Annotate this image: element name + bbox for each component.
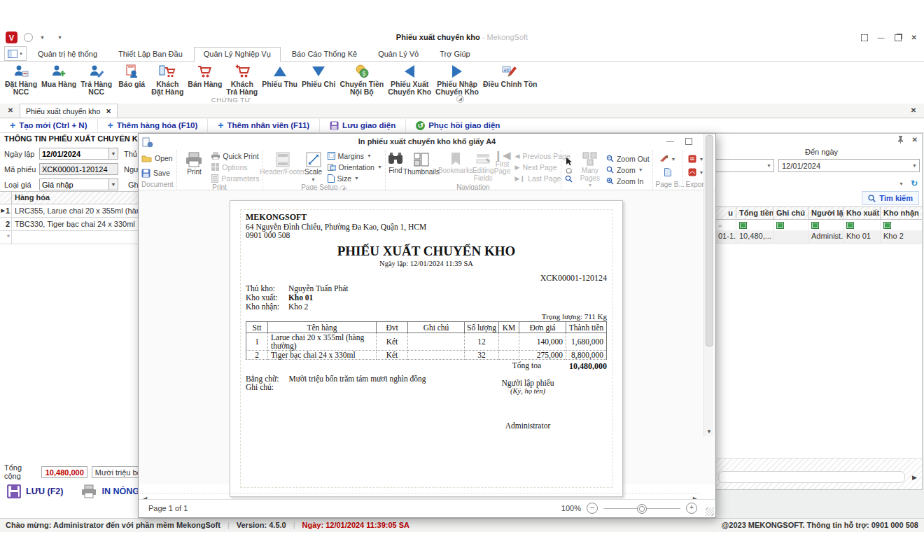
- ribbon-layout-button[interactable]: ▼: [4, 46, 27, 61]
- add-employee-button[interactable]: + Thêm nhân viên (F11): [207, 119, 319, 132]
- vertical-scrollbar[interactable]: ▼: [704, 134, 713, 436]
- ngay-lap-input[interactable]: [39, 148, 109, 160]
- tab-tro-giup[interactable]: Trợ Giúp: [430, 47, 479, 61]
- table-row[interactable]: ▶1 LRC355, Larue chai 20 x 355ml (hàng t…: [0, 204, 138, 218]
- open-button[interactable]: Open: [140, 153, 174, 164]
- from-label: Kho xuất:: [246, 293, 286, 302]
- send-pdf-button[interactable]: ▼: [687, 167, 706, 178]
- minimize-icon[interactable]: —: [878, 34, 885, 41]
- zoom-out-button[interactable]: Zoom Out: [605, 153, 651, 164]
- table-row[interactable]: 2 TBC330, Tiger bạc chai 24 x 330ml: [0, 218, 138, 231]
- filter-icon[interactable]: [811, 222, 819, 229]
- tab-thiet-lap-ban-dau[interactable]: Thiết Lập Ban Đầu: [108, 47, 192, 61]
- filter-icon[interactable]: [846, 222, 854, 229]
- hand-icon[interactable]: [565, 167, 573, 174]
- print-preview-dialog: In phiếu xuất chuyển kho khổ giấy A4 — ✕…: [138, 133, 716, 518]
- close-tab-left-icon[interactable]: ✕: [6, 106, 15, 115]
- column-header[interactable]: u: [715, 207, 736, 219]
- doc-tab-phieu-xuat-chuyen-kho[interactable]: Phiếu xuất chuyển kho ✕: [20, 104, 118, 118]
- tab-quan-tri-he-thong[interactable]: Quản trị hệ thống: [28, 47, 107, 61]
- ribbon-button-phieu-nhap-chuyen-kho[interactable]: Phiếu Nhập Chuyển Kho: [433, 62, 481, 96]
- ribbon-button-dieu-chinh-ton[interactable]: ab Điều Chỉnh Tồn: [481, 62, 540, 96]
- zoom-slider[interactable]: [603, 508, 680, 509]
- ribbon-button-phieu-thu[interactable]: Phiếu Thu: [260, 62, 300, 96]
- ma-phieu-input[interactable]: [39, 163, 118, 175]
- magnifier-icon[interactable]: [565, 175, 573, 183]
- new-button[interactable]: + Tạo mới (Ctrl + N): [0, 119, 97, 132]
- table-row[interactable]: 01-1... 10,480,... Administ... Kho 01 Kh…: [715, 230, 922, 244]
- watermark-button[interactable]: ▼: [658, 154, 678, 164]
- new-row[interactable]: *: [0, 231, 138, 244]
- ribbon-button-phieu-chi[interactable]: Phiếu Chi: [300, 62, 337, 96]
- ribbon-button-khach-tra-hang[interactable]: Khách Trả Hàng: [224, 62, 260, 96]
- ribbon-button-phieu-xuat-chuyen-kho[interactable]: Phiếu Xuất Chuyển Kho: [386, 62, 433, 96]
- size-button[interactable]: Size▼: [326, 173, 384, 183]
- ribbon-button-khach-dat-hang[interactable]: Khách Đặt Hàng: [149, 62, 186, 96]
- find-button[interactable]: Find: [387, 150, 404, 183]
- maximize-icon[interactable]: [685, 138, 692, 145]
- resize-grip[interactable]: [706, 507, 714, 516]
- ribbon-button-bao-gia[interactable]: Báo giá: [114, 62, 149, 96]
- loai-gia-input[interactable]: [39, 178, 109, 190]
- filter-icon[interactable]: [739, 222, 747, 229]
- ribbon-button-tra-hang-ncc[interactable]: Trả Hàng NCC: [78, 62, 114, 96]
- zoom-out-button[interactable]: –: [587, 503, 598, 514]
- tab-quan-ly-nghiep-vu[interactable]: Quản Lý Nghiệp Vụ: [194, 47, 281, 62]
- restore-layout-button[interactable]: ↺ Phục hồi giao diện: [405, 119, 510, 132]
- tab-quan-ly-vo[interactable]: Quản Lý Vỏ: [368, 47, 428, 61]
- column-header[interactable]: Người lập: [808, 207, 844, 219]
- refresh-icon[interactable]: ↻: [911, 178, 918, 188]
- chevron-down-icon[interactable]: ▼: [109, 178, 118, 190]
- horizontal-scrollbar[interactable]: [718, 471, 905, 483]
- column-header[interactable]: Ghi chú: [774, 207, 808, 219]
- search-button[interactable]: Tìm kiếm: [862, 191, 919, 205]
- chevron-down-icon[interactable]: ▼: [899, 181, 904, 186]
- page-color-button[interactable]: [663, 167, 673, 178]
- column-header[interactable]: Kho nhận: [881, 207, 922, 219]
- ribbon-button-dat-hang-ncc[interactable]: Đặt Hàng NCC: [3, 62, 39, 96]
- group-launcher-icon[interactable]: ◢: [340, 186, 346, 190]
- size-icon: [328, 174, 335, 183]
- export-pdf-button[interactable]: ▼: [687, 154, 706, 164]
- tab-bao-cao-thong-ke[interactable]: Báo Cáo Thống Kê: [282, 47, 367, 61]
- orientation-button[interactable]: Orientation▼: [326, 162, 384, 172]
- fit-window-icon[interactable]: [861, 34, 868, 41]
- zoom-in-button[interactable]: Zoom In: [605, 176, 651, 186]
- margins-button[interactable]: Margins▼: [326, 150, 384, 161]
- zoom-in-button[interactable]: +: [686, 503, 697, 514]
- from-date-combo[interactable]: ▼: [713, 159, 774, 172]
- group-launcher-icon[interactable]: ◢: [456, 95, 464, 103]
- close-panel-icon[interactable]: ✕: [912, 136, 918, 144]
- scrollbar-thumb[interactable]: [706, 135, 713, 346]
- save-layout-button[interactable]: Lưu giao diện: [319, 119, 405, 132]
- company-name: MEKONGSOFT: [246, 212, 607, 223]
- ribbon-button-ban-hang[interactable]: Bán Hàng: [186, 62, 224, 96]
- restore-icon[interactable]: [895, 34, 902, 41]
- save-button[interactable]: Save: [140, 168, 174, 178]
- scroll-right-icon[interactable]: ▶: [912, 474, 917, 481]
- scroll-down-icon[interactable]: ▼: [706, 428, 712, 435]
- ribbon-button-mua-hang[interactable]: Mua Hàng: [39, 62, 78, 96]
- chevron-down-icon[interactable]: ▼: [109, 148, 118, 160]
- pin-icon[interactable]: [897, 136, 904, 144]
- filter-icon[interactable]: [883, 222, 891, 229]
- thumbnails-button[interactable]: Thumbnails: [404, 150, 439, 183]
- zoom-button[interactable]: Zoom▼: [605, 164, 651, 175]
- minimize-icon[interactable]: —: [666, 136, 674, 146]
- save-button[interactable]: LƯU (F2): [7, 484, 63, 498]
- column-header[interactable]: Kho xuất: [844, 207, 881, 219]
- filter-icon[interactable]: [776, 222, 784, 229]
- close-icon[interactable]: ✕: [911, 34, 917, 41]
- quick-print-button[interactable]: Quick Print: [210, 150, 260, 161]
- pointer-icon[interactable]: [565, 157, 573, 166]
- to-date-combo[interactable]: 12/01/2024 ▼: [778, 159, 920, 172]
- printer-icon: [211, 152, 220, 160]
- column-header[interactable]: Tổng tiền: [736, 207, 774, 219]
- scale-button[interactable]: Scale ▼: [301, 150, 326, 183]
- print-button[interactable]: Print: [178, 150, 211, 183]
- zoom-slider-thumb[interactable]: [637, 504, 647, 514]
- close-icon[interactable]: ✕: [106, 108, 111, 115]
- close-tab-right-icon[interactable]: ✕: [909, 106, 918, 115]
- add-item-button[interactable]: + Thêm hàng hóa (F10): [97, 119, 208, 132]
- ribbon-button-chuyen-tien-noi-bo[interactable]: $ Chuyển Tiền Nội Bộ: [337, 62, 386, 96]
